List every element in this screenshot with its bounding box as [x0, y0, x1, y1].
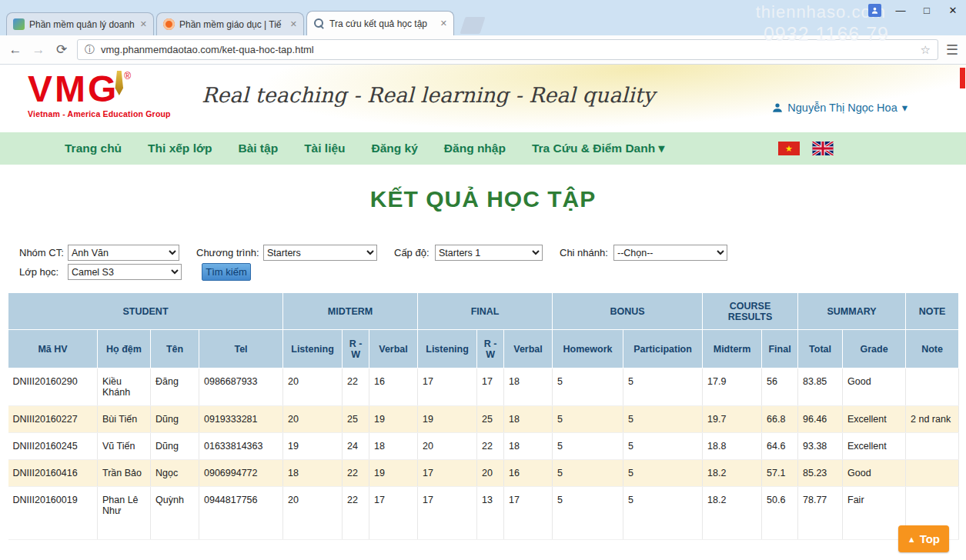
table-cell: Dũng: [151, 406, 199, 433]
table-cell: 22: [343, 487, 369, 540]
column-group-header: NOTE: [906, 293, 959, 330]
logo-text: VMG: [28, 71, 119, 108]
table-cell: 19.7: [703, 406, 762, 433]
nav-item-thi-xep-lop[interactable]: Thi xếp lớp: [148, 142, 212, 155]
table-cell: Phan Lê Như: [98, 487, 151, 540]
star-glyph: ★: [785, 145, 793, 153]
tab-giao-duc[interactable]: Phần mềm giáo dục | Tiế ✕: [156, 12, 304, 35]
nav-item-dang-ky[interactable]: Đăng ký: [372, 142, 418, 155]
url-text[interactable]: vmg.phanmemdaotao.com/ket-qua-hoc-tap.ht…: [101, 44, 920, 55]
back-to-top-button[interactable]: ▲ Top: [898, 525, 949, 552]
education-icon: [163, 18, 175, 30]
table-cell: Good: [843, 368, 906, 406]
nhom-ct-select[interactable]: Anh Văn: [68, 245, 179, 261]
menu-icon[interactable]: ☰: [946, 42, 958, 58]
back-icon[interactable]: ←: [8, 42, 23, 58]
table-cell: [906, 368, 959, 406]
table-cell: 5: [623, 487, 703, 540]
table-cell: 20: [283, 406, 343, 433]
nav-item-label: Tra Cứu & Điểm Danh: [532, 142, 655, 155]
close-icon[interactable]: ✕: [440, 18, 447, 28]
table-cell: DNIII20160245: [8, 433, 98, 460]
results-table: STUDENTMIDTERMFINALBONUSCOURSE RESULTSSU…: [8, 292, 959, 540]
nav-item-bai-tap[interactable]: Bài tập: [238, 142, 278, 155]
registered-mark: ®: [124, 71, 131, 82]
table-cell: 18: [504, 433, 553, 460]
nav-item-trang-chu[interactable]: Trang chủ: [65, 142, 122, 155]
column-header: Grade: [843, 330, 906, 368]
table-cell: Dũng: [151, 433, 199, 460]
magnifier-icon: [313, 18, 325, 29]
url-bar[interactable]: ⓘ vmg.phanmemdaotao.com/ket-qua-hoc-tap.…: [77, 39, 938, 60]
tab-quan-ly-doanh[interactable]: Phần mềm quản lý doanh ✕: [6, 12, 154, 35]
table-cell: DNIII20160019: [8, 487, 98, 540]
maximize-button[interactable]: □: [920, 5, 934, 16]
table-cell: 5: [623, 406, 703, 433]
nav-item-dang-nhap[interactable]: Đăng nhập: [444, 142, 506, 155]
close-icon[interactable]: ✕: [290, 19, 297, 29]
column-header: Listening: [283, 330, 343, 368]
logo-subtext: Vietnam - America Education Group: [28, 109, 171, 118]
table-cell: 20: [283, 368, 343, 406]
search-button[interactable]: Tìm kiếm: [202, 263, 251, 281]
table-cell: 5: [623, 460, 703, 487]
table-cell: Bùi Tiến: [98, 406, 151, 433]
cap-do-select[interactable]: Starters 1: [435, 245, 543, 261]
column-header: Total: [798, 330, 843, 368]
new-tab-button[interactable]: [460, 17, 485, 34]
table-cell: 56: [762, 368, 798, 406]
table-cell: 20: [477, 460, 504, 487]
table-row: DNIII20160227Bùi TiếnDũng091933328120251…: [8, 406, 959, 433]
top-button-label: Top: [920, 532, 940, 545]
table-cell: 0906994772: [199, 460, 283, 487]
forward-icon[interactable]: →: [31, 42, 46, 58]
uk-flag-icon[interactable]: [812, 142, 834, 155]
table-cell: 5: [553, 433, 623, 460]
table-cell: 19: [283, 433, 343, 460]
vmg-logo[interactable]: VMG® Vietnam - America Education Group: [28, 71, 171, 118]
minimize-button[interactable]: —: [894, 5, 908, 16]
site-header: VMG® Vietnam - America Education Group R…: [0, 65, 966, 132]
table-cell: 5: [553, 406, 623, 433]
nav-item-tra-cuu-diem-danh[interactable]: Tra Cứu & Điểm Danh ▾: [532, 142, 664, 155]
table-cell: 22: [343, 368, 369, 406]
refresh-icon[interactable]: ⟳: [54, 42, 69, 58]
tab-tra-cuu-ket-qua[interactable]: Tra cứu kết quả học tập ✕: [306, 11, 454, 35]
profile-icon[interactable]: [868, 4, 881, 17]
chi-nhanh-select[interactable]: --Chọn--: [613, 245, 727, 261]
nav-item-tai-lieu[interactable]: Tài liệu: [304, 142, 345, 155]
table-cell: DNIII20160416: [8, 460, 98, 487]
table-cell: 64.6: [762, 433, 798, 460]
table-cell: 16: [369, 368, 418, 406]
table-cell: 18.8: [703, 433, 762, 460]
person-glyph: [871, 6, 879, 15]
table-cell: 17: [418, 460, 477, 487]
table-cell: 25: [343, 406, 369, 433]
table-cell: [906, 460, 959, 487]
chuong-trinh-label: Chương trình:: [196, 247, 259, 258]
lop-hoc-select[interactable]: Camel S3: [68, 264, 182, 280]
tab-title: Phần mềm quản lý doanh: [29, 19, 135, 30]
close-button[interactable]: ✕: [946, 5, 960, 16]
table-cell: 01633814363: [199, 433, 283, 460]
filter-panel: Nhóm CT: Anh Văn Chương trình: Starters …: [0, 245, 966, 285]
bookmark-star-icon[interactable]: ☆: [920, 43, 930, 57]
page-title: KẾT QUẢ HỌC TẬP: [0, 186, 966, 212]
user-menu[interactable]: Nguyễn Thị Ngọc Hoa ▾: [772, 102, 908, 114]
table-cell: Trần Bảo: [98, 460, 151, 487]
column-group-header: BONUS: [553, 293, 703, 330]
column-group-header: SUMMARY: [798, 293, 906, 330]
user-name: Nguyễn Thị Ngọc Hoa: [787, 102, 897, 114]
vietnam-flag-icon[interactable]: ★: [778, 142, 800, 155]
column-header: Verbal: [504, 330, 553, 368]
table-cell: 13: [477, 487, 504, 540]
table-cell: 18: [504, 406, 553, 433]
scrollbar-thumb[interactable]: [960, 68, 965, 88]
info-icon[interactable]: ⓘ: [85, 43, 95, 57]
close-icon[interactable]: ✕: [140, 19, 147, 29]
table-cell: 2 nd rank: [906, 406, 959, 433]
table-row: DNIII20160019Phan Lê NhưQuỳnh09448177562…: [8, 487, 959, 540]
chuong-trinh-select[interactable]: Starters: [263, 245, 377, 261]
table-cell: Excellent: [843, 406, 906, 433]
table-cell: Fair: [843, 487, 906, 540]
